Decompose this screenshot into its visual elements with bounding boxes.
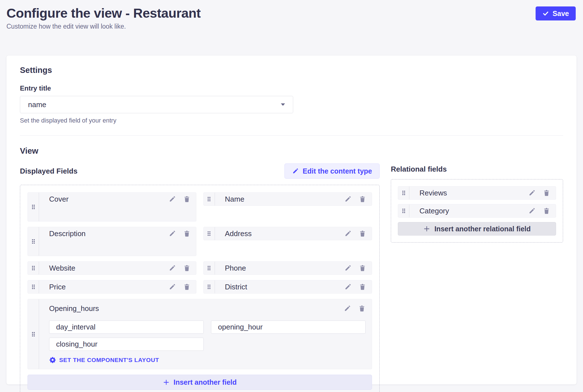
drag-handle[interactable] (204, 262, 215, 275)
drag-handle[interactable] (28, 299, 39, 369)
delete-field-button[interactable] (183, 264, 190, 272)
plus-icon (163, 379, 170, 386)
drag-handle-icon (207, 284, 211, 290)
delete-field-button[interactable] (359, 195, 366, 203)
subfield-day-interval[interactable]: day_interval (49, 320, 204, 334)
delete-field-button[interactable] (543, 207, 550, 215)
displayed-fields-column: Displayed Fields Edit the content type C… (20, 163, 380, 392)
relational-card-reviews[interactable]: Reviews (398, 186, 556, 200)
field-label: Website (49, 264, 161, 273)
entry-title-helper: Set the displayed field of your entry (20, 117, 563, 124)
drag-handle[interactable] (28, 227, 39, 256)
view-body: Displayed Fields Edit the content type C… (20, 163, 563, 392)
delete-field-button[interactable] (543, 189, 550, 197)
drag-handle-icon (31, 265, 36, 271)
pencil-icon (292, 168, 299, 174)
drag-handle[interactable] (398, 204, 409, 217)
edit-content-type-label: Edit the content type (303, 167, 372, 175)
drag-handle[interactable] (28, 280, 39, 293)
component-label: Opening_hours (49, 304, 336, 313)
drag-handle[interactable] (398, 186, 409, 199)
field-label: Category (419, 207, 521, 215)
set-component-layout-label: SET THE COMPONENT'S LAYOUT (59, 357, 159, 363)
edit-field-button[interactable] (344, 230, 352, 237)
trash-icon (359, 230, 366, 237)
edit-field-button[interactable] (169, 195, 176, 203)
drag-handle[interactable] (204, 193, 215, 206)
drag-handle[interactable] (28, 262, 39, 275)
edit-field-button[interactable] (169, 264, 176, 272)
relational-card-category[interactable]: Category (398, 204, 556, 218)
set-component-layout-link[interactable]: SET THE COMPONENT'S LAYOUT (49, 356, 366, 363)
field-card-price[interactable]: Price (27, 280, 196, 294)
trash-icon (183, 230, 190, 237)
component-subfields: day_interval opening_hour closing_hour (49, 320, 366, 351)
field-card-opening-hours[interactable]: Opening_hours day_interval opening_hour … (27, 299, 372, 369)
pencil-icon (169, 195, 176, 203)
pencil-icon (169, 283, 176, 290)
trash-icon (543, 207, 550, 215)
edit-field-button[interactable] (169, 230, 176, 237)
field-card-description[interactable]: Description (27, 227, 196, 256)
edit-field-button[interactable] (344, 264, 352, 272)
field-label: Name (225, 195, 337, 204)
drag-handle-icon (207, 230, 211, 237)
delete-field-button[interactable] (358, 305, 366, 312)
trash-icon (183, 264, 190, 272)
field-card-website[interactable]: Website (27, 261, 196, 275)
pencil-icon (169, 230, 176, 237)
plus-icon (423, 225, 430, 232)
insert-another-relational-field-button[interactable]: Insert another relational field (398, 222, 556, 236)
field-card-cover[interactable]: Cover (27, 192, 196, 222)
drag-handle[interactable] (204, 227, 215, 240)
save-button[interactable]: Save (536, 6, 576, 20)
field-card-name[interactable]: Name (203, 192, 372, 206)
field-card-district[interactable]: District (203, 280, 372, 294)
subfield-opening-hour[interactable]: opening_hour (211, 320, 366, 334)
edit-field-button[interactable] (528, 207, 536, 215)
drag-handle-icon (31, 238, 36, 245)
entry-title-select-value: name (28, 100, 281, 109)
trash-icon (359, 195, 366, 203)
field-card-phone[interactable]: Phone (203, 261, 372, 275)
pencil-icon (169, 264, 176, 272)
drag-handle-icon (31, 204, 36, 210)
drag-handle[interactable] (204, 280, 215, 293)
edit-field-button[interactable] (169, 283, 176, 290)
delete-field-button[interactable] (183, 230, 190, 237)
entry-title-select[interactable]: name (20, 96, 293, 113)
edit-field-button[interactable] (344, 305, 351, 312)
insert-another-relational-field-label: Insert another relational field (434, 225, 531, 233)
pencil-icon (528, 207, 536, 215)
edit-field-button[interactable] (344, 195, 352, 203)
displayed-fields-dropzone: Cover Name (20, 185, 380, 392)
edit-field-button[interactable] (528, 189, 536, 197)
trash-icon (183, 195, 190, 203)
relational-fields-dropzone: Reviews Category (391, 179, 563, 243)
delete-field-button[interactable] (183, 283, 190, 290)
displayed-fields-header: Displayed Fields Edit the content type (20, 163, 380, 179)
field-label: Phone (225, 264, 337, 273)
trash-icon (358, 305, 366, 312)
drag-handle[interactable] (28, 193, 39, 221)
field-label: District (225, 283, 337, 291)
delete-field-button[interactable] (359, 264, 366, 272)
relational-fields-label: Relational fields (391, 164, 563, 174)
page-subtitle: Customize how the edit view will look li… (6, 23, 576, 30)
pencil-icon (528, 189, 536, 197)
edit-field-button[interactable] (344, 283, 352, 290)
view-heading: View (20, 146, 563, 156)
insert-another-field-button[interactable]: Insert another field (27, 375, 372, 390)
field-label: Reviews (419, 189, 521, 197)
displayed-fields-label: Displayed Fields (20, 167, 77, 176)
delete-field-button[interactable] (359, 283, 366, 290)
page-title: Configure the view - Restaurant (6, 5, 576, 21)
pencil-icon (344, 283, 352, 290)
field-card-address[interactable]: Address (203, 227, 372, 240)
trash-icon (359, 283, 366, 290)
edit-content-type-button[interactable]: Edit the content type (284, 163, 380, 179)
delete-field-button[interactable] (359, 230, 366, 237)
delete-field-button[interactable] (183, 195, 190, 203)
configuration-card: Settings Entry title name Set the displa… (6, 56, 577, 384)
subfield-closing-hour[interactable]: closing_hour (49, 338, 204, 351)
